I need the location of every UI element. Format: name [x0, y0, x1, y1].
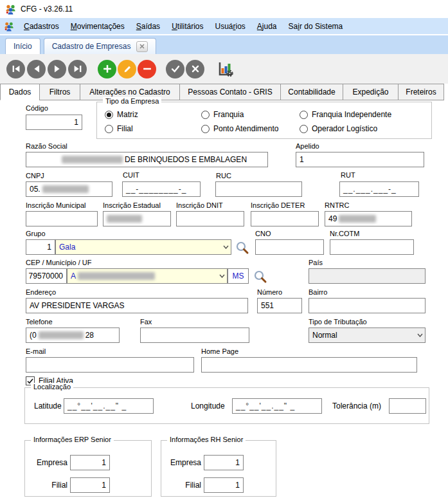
ruc-field[interactable]	[215, 181, 302, 197]
tipo-da-empresa-legend: Tipo da Empresa	[103, 97, 161, 105]
chevron-down-icon[interactable]	[219, 274, 225, 278]
rh-filial-field[interactable]: 1	[204, 477, 244, 493]
inscricao-dnit-field[interactable]	[176, 211, 244, 226]
tolerancia-field[interactable]	[389, 398, 426, 414]
menu-usuarios[interactable]: Usuários	[209, 20, 251, 33]
cuit-label: CUIT	[123, 171, 139, 179]
cnpj-field[interactable]: 05.	[26, 181, 112, 197]
record-toolbar	[0, 54, 448, 84]
razao-social-field[interactable]: DE BRINQUEDOS E EMBALAGEN	[26, 152, 268, 167]
confirm-button[interactable]	[166, 60, 184, 78]
chart-settings-button[interactable]	[216, 60, 235, 78]
apelido-label: Apelido	[296, 142, 319, 150]
rntrc-field[interactable]: 49	[325, 211, 412, 226]
radio-ponto-atendimento[interactable]: Ponto Atendimento	[201, 124, 278, 133]
add-record-button[interactable]	[98, 60, 116, 78]
app-window: CFG - v3.26.11 Cadastros Movimentações S…	[0, 0, 448, 498]
first-record-button[interactable]	[6, 60, 25, 78]
form-tab-pessoas-contato[interactable]: Pessoas Contato - GRIS	[179, 84, 281, 100]
grupo-combo[interactable]: Gala	[55, 239, 231, 255]
pais-field	[309, 268, 426, 284]
razao-social-label: Razão Social	[26, 142, 67, 150]
fax-label: Fax	[140, 318, 152, 326]
inscricao-deter-field[interactable]	[251, 211, 319, 226]
bairro-field[interactable]	[309, 298, 426, 313]
home-page-label: Home Page	[201, 347, 238, 355]
rut-field[interactable]: __.___.___-_	[339, 181, 419, 197]
numero-field[interactable]: 551	[257, 298, 302, 313]
inscricao-municipal-field[interactable]	[26, 211, 98, 226]
grupo-code-field[interactable]: 1	[26, 239, 55, 255]
erp-filial-field[interactable]: 1	[70, 477, 110, 493]
telefone-field[interactable]: (0 28	[26, 327, 120, 343]
tab-inicio[interactable]: Início	[5, 38, 40, 54]
longitude-field[interactable]: __°__'__.__" _	[232, 398, 322, 414]
inscricao-dnit-label: Inscrição DNIT	[176, 201, 223, 209]
cuit-field[interactable]: __-________-_	[122, 181, 201, 197]
radio-operador-icon	[300, 125, 308, 133]
radio-operador-logistico[interactable]: Operador Logístico	[300, 124, 377, 133]
erp-empresa-field[interactable]: 1	[70, 455, 110, 470]
menu-bar: Cadastros Movimentações Saídas Utilitári…	[0, 18, 448, 35]
chevron-down-icon[interactable]	[223, 245, 229, 249]
apelido-field[interactable]: 1	[296, 152, 424, 167]
rh-empresa-field[interactable]: 1	[204, 455, 244, 470]
nr-cotm-label: Nr.COTM	[330, 230, 359, 237]
latitude-field[interactable]: __°__'__.__" _	[64, 398, 154, 414]
menu-ajuda[interactable]: Ajuda	[251, 20, 283, 33]
inscricao-estadual-field[interactable]	[103, 211, 171, 226]
next-record-button[interactable]	[48, 60, 66, 78]
radio-franquia[interactable]: Franquia	[201, 110, 244, 119]
last-record-button[interactable]	[68, 60, 87, 78]
inscricao-deter-label: Inscrição DETER	[251, 201, 305, 209]
ruc-label: RUC	[216, 172, 231, 180]
radio-filial[interactable]: Filial	[105, 124, 133, 133]
radio-matriz[interactable]: Matriz	[105, 110, 138, 119]
menu-utilitarios[interactable]: Utilitários	[166, 20, 209, 33]
cep-search-icon[interactable]	[253, 270, 267, 284]
close-tab-icon[interactable]	[136, 41, 148, 52]
menu-movimentacoes[interactable]: Movimentações	[65, 20, 130, 33]
localizacao-groupbox: Localização Latitude __°__'__.__" _ Long…	[24, 387, 429, 424]
chevron-down-icon[interactable]	[417, 333, 423, 337]
erp-filial-label: Filial	[30, 481, 67, 490]
tipo-tributacao-label: Tipo de Tributação	[309, 318, 367, 326]
delete-record-button[interactable]	[138, 60, 156, 78]
cep-field[interactable]: 79570000	[26, 268, 67, 284]
form-tab-expedicao[interactable]: Expedição	[343, 84, 399, 100]
email-field[interactable]	[26, 357, 194, 373]
menu-saidas[interactable]: Saídas	[130, 20, 166, 33]
endereco-field[interactable]: AV PRESIDENTE VARGAS	[26, 298, 248, 313]
cno-field[interactable]	[255, 239, 324, 255]
grupo-search-icon[interactable]	[235, 241, 249, 255]
codigo-field[interactable]: 1	[26, 115, 82, 130]
form-tab-freteiros[interactable]: Freteiros	[398, 84, 444, 100]
previous-record-button[interactable]	[27, 60, 46, 78]
tab-cadastro-label: Cadastro de Empresas	[52, 42, 131, 51]
redacted-area	[339, 215, 376, 223]
redacted-area	[39, 331, 84, 339]
numero-label: Número	[257, 288, 282, 296]
tipo-da-empresa-groupbox: Tipo da Empresa Matriz Filial Franquia P…	[96, 102, 432, 139]
menu-sair[interactable]: Sair do Sistema	[283, 20, 349, 33]
cancel-button[interactable]	[186, 60, 204, 78]
tab-cadastro-de-empresas[interactable]: Cadastro de Empresas	[44, 38, 157, 54]
home-page-field[interactable]	[201, 357, 417, 373]
uf-field[interactable]: MS	[228, 268, 249, 284]
tipo-tributacao-combo[interactable]: Normal	[309, 327, 426, 343]
title-bar: CFG - v3.26.11	[0, 0, 448, 18]
redacted-area	[62, 156, 123, 163]
form-tab-dados[interactable]: Dados	[0, 84, 40, 100]
menu-logo-icon	[4, 21, 14, 32]
form-tab-contabilidade[interactable]: Contabilidade	[280, 84, 343, 100]
municipio-combo[interactable]: A	[67, 268, 228, 284]
fax-field[interactable]	[140, 327, 249, 343]
radio-franquia-independente[interactable]: Franquia Independente	[300, 110, 391, 119]
form-tab-filtros[interactable]: Filtros	[39, 84, 80, 100]
longitude-label: Longitude	[191, 401, 225, 410]
menu-cadastros[interactable]: Cadastros	[18, 20, 65, 33]
nr-cotm-field[interactable]	[330, 239, 414, 255]
edit-record-button[interactable]	[118, 60, 136, 78]
erp-senior-groupbox: Informações ERP Senior Empresa 1 Filial …	[24, 440, 152, 497]
rh-senior-groupbox: Informações RH Senior Empresa 1 Filial 1	[161, 440, 276, 497]
